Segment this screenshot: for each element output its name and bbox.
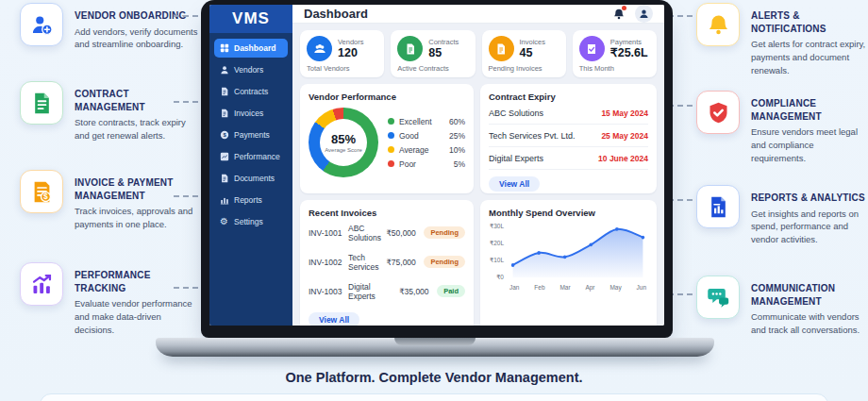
sidebar-item-documents[interactable]: Documents: [214, 169, 288, 188]
sidebar-item-payments[interactable]: $ Payments: [214, 125, 288, 144]
feature-vendor-onboarding: VENDOR ONBOARDINGAdd vendors, verify doc…: [20, 3, 199, 51]
stat-sublabel: Total Vendors: [307, 64, 377, 73]
vendor-name: Digital Experts: [489, 154, 543, 163]
person-add-icon: [20, 3, 63, 46]
invoice-id: INV-1002: [309, 258, 348, 267]
stat-label: Invoices: [520, 38, 546, 46]
feature-invoice-payment: $ INVOICE & PAYMENT MANAGEMENTTrack invo…: [20, 170, 199, 231]
connector-dash: [174, 287, 198, 289]
invoice-amount: ₹75,000: [386, 258, 424, 267]
feature-desc: Communicate with vendors and track all c…: [751, 310, 868, 337]
legend-row: Average10%: [388, 145, 465, 155]
legend-value: 5%: [454, 159, 465, 169]
connector-dash: [174, 101, 198, 103]
sidebar-item-label: Contracts: [234, 87, 268, 96]
bell-icon: [696, 3, 740, 46]
stat-card-vendors: Vendors120 Total Vendors: [300, 30, 384, 77]
app-header: Dashboard: [292, 5, 664, 24]
x-tick: May: [609, 284, 621, 291]
bell-icon[interactable]: [612, 8, 626, 21]
dashboard-icon: [220, 43, 229, 53]
laptop-notch: [394, 338, 476, 345]
document-icon: [220, 174, 229, 183]
plot-area: Jan Feb Mar Apr May Jun: [508, 223, 648, 291]
feature-desc: Get alerts for contract expiry, payments…: [751, 38, 868, 76]
view-all-button[interactable]: View All: [489, 176, 540, 192]
feature-desc: Add vendors, verify documents and stream…: [75, 25, 199, 52]
sidebar-item-invoices[interactable]: Invoices: [214, 104, 288, 123]
expiry-date: 15 May 2024: [601, 109, 648, 118]
feature-desc: Evaluate vendor performance and make dat…: [75, 297, 199, 336]
feature-title: COMPLIANCE MANAGEMENT: [751, 97, 868, 123]
invoice-id: INV-1003: [309, 287, 348, 296]
legend-dot: [388, 146, 394, 153]
stat-cards: Vendors120 Total Vendors Contracts85 Act…: [300, 30, 657, 77]
legend-dot: [388, 132, 394, 139]
stat-label: Vendors: [338, 38, 364, 46]
stat-sublabel: Pending Invoices: [489, 64, 559, 73]
invoice-status-badge: Pending: [424, 256, 465, 268]
sidebar-item-label: Vendors: [234, 65, 263, 75]
x-tick: Jan: [509, 284, 519, 291]
sidebar-item-settings[interactable]: ⚙ Settings: [214, 212, 288, 231]
y-axis-labels: ₹30L ₹20L ₹10L ₹0: [489, 223, 508, 291]
feature-desc: Ensure vendors meet legal and compliance…: [751, 125, 868, 164]
sidebar-item-performance[interactable]: Performance: [214, 147, 288, 166]
gear-icon: ⚙: [220, 217, 229, 226]
stat-value: 85: [428, 46, 459, 59]
svg-text:$: $: [43, 192, 48, 201]
sidebar-item-label: Settings: [234, 217, 263, 226]
donut-legend: Excellent60% Good25% Average10% Poor5%: [388, 112, 465, 174]
sidebar-item-label: Dashboard: [234, 43, 275, 53]
sidebar-item-label: Reports: [234, 195, 262, 205]
feature-title: PERFORMANCE TRACKING: [75, 269, 199, 294]
sidebar-item-label: Documents: [234, 174, 275, 183]
user-avatar-icon[interactable]: [635, 5, 653, 23]
bar-chart-arrow-icon: [20, 262, 63, 306]
invoice-row: INV-1002 Tech Services ₹75,000 Pending: [309, 247, 465, 276]
feature-title: COMMUNICATION MANAGEMENT: [751, 282, 868, 308]
sidebar-item-reports[interactable]: Reports: [214, 191, 288, 209]
legend-row: Good25%: [388, 131, 465, 141]
chat-bubbles-icon: [696, 276, 740, 319]
x-axis-labels: Jan Feb Mar Apr May Jun: [508, 284, 648, 291]
sidebar-item-contracts[interactable]: Contracts: [214, 82, 288, 101]
legend-value: 10%: [449, 145, 465, 155]
stat-value: 120: [338, 46, 364, 59]
invoice-dollar-icon: $: [20, 170, 63, 213]
stat-sublabel: This Month: [579, 64, 650, 73]
feature-communication-management: COMMUNICATION MANAGEMENTCommunicate with…: [696, 276, 868, 337]
sidebar-item-label: Performance: [234, 152, 280, 161]
view-all-button[interactable]: View All: [309, 312, 359, 326]
invoice-amount: ₹50,000: [386, 228, 424, 238]
contract-expiry-row: ABC Solutions15 May 2024: [489, 102, 648, 125]
spend-area-chart: ₹30L ₹20L ₹10L ₹0 Jan Feb: [489, 223, 648, 291]
contract-expiry-row: Digital Experts10 June 2024: [489, 147, 648, 170]
panel-title: Recent Invoices: [309, 208, 465, 218]
invoice-icon: [489, 36, 514, 61]
invoice-row: INV-1001 ABC Solutions ₹50,000 Pending: [309, 218, 465, 247]
sidebar-item-dashboard[interactable]: Dashboard: [214, 39, 288, 58]
contract-expiry-panel: Contract Expiry ABC Solutions15 May 2024…: [480, 84, 657, 193]
y-tick: ₹30L: [489, 223, 504, 230]
invoice-vendor: Tech Services: [348, 253, 386, 272]
expiry-date: 10 June 2024: [598, 154, 648, 163]
panel-title: Contract Expiry: [489, 92, 648, 102]
sidebar-nav: Dashboard Vendors Contracts Invoices $ P…: [209, 33, 292, 326]
feature-desc: Track invoices, approvals and payments i…: [75, 205, 199, 231]
average-score-value: 85%: [331, 132, 356, 146]
legend-label: Good: [399, 131, 419, 141]
tagline: One Platform. Complete Vendor Management…: [0, 370, 868, 385]
invoice-id: INV-1001: [309, 228, 348, 238]
connector-dash: [174, 15, 198, 17]
panel-title: Monthly Spend Overview: [489, 208, 648, 218]
main-area: Dashboard Ve: [292, 5, 664, 326]
document-icon: [397, 36, 423, 61]
sidebar-item-vendors[interactable]: Vendors: [214, 60, 288, 79]
invoice-amount: ₹35,000: [399, 287, 437, 296]
stat-card-invoices: Invoices45 Pending Invoices: [482, 30, 566, 77]
stat-value: 45: [520, 46, 546, 59]
sidebar: VMS Dashboard Vendors Contracts Invoices: [209, 5, 292, 326]
performance-donut-chart: 85% Average Score: [309, 108, 378, 177]
x-tick: Jun: [637, 284, 646, 291]
